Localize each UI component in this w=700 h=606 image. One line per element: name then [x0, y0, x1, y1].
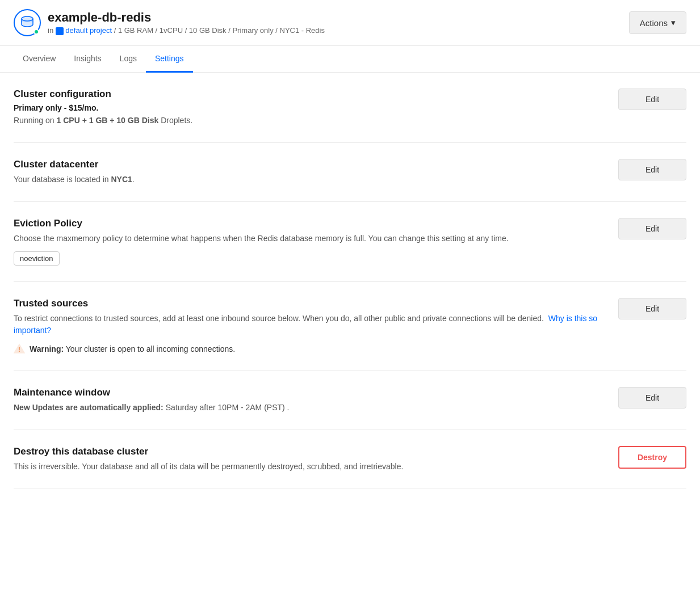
cluster-config-desc-suffix: Droplets.: [158, 116, 192, 125]
cluster-config-desc-prefix: Running on: [14, 116, 57, 125]
destroy-desc: This is irreversible. Your database and …: [14, 461, 605, 473]
cluster-config-desc: Running on 1 CPU + 1 GB + 10 GB Disk Dro…: [14, 115, 605, 127]
maintenance-window-subtitle-value: Saturday after 10PM - 2AM (PST) .: [164, 403, 290, 412]
status-indicator: [33, 29, 39, 35]
eviction-policy-section: Eviction Policy Choose the maxmemory pol…: [14, 202, 686, 282]
cluster-datacenter-desc-suffix: .: [132, 175, 135, 184]
trusted-sources-desc: To restrict connections to trusted sourc…: [14, 313, 605, 336]
cluster-config-desc-bold: 1 CPU + 1 GB + 10 GB Disk: [57, 116, 159, 125]
cluster-datacenter-section: Cluster datacenter Your database is loca…: [14, 143, 686, 202]
trusted-sources-body: Trusted sources To restrict connections …: [14, 298, 605, 355]
warning-body: Your cluster is open to all incoming con…: [66, 344, 235, 354]
cluster-datacenter-edit-button[interactable]: Edit: [618, 159, 686, 180]
nav-tabs: Overview Insights Logs Settings: [0, 46, 700, 73]
page-header: example-db-redis in default project / 1 …: [0, 0, 700, 46]
maintenance-window-title: Maintenance window: [14, 387, 605, 398]
cluster-datacenter-desc-bold: NYC1: [111, 175, 132, 184]
db-info: example-db-redis in default project / 1 …: [48, 10, 325, 35]
project-link[interactable]: default project: [65, 26, 112, 35]
tab-settings[interactable]: Settings: [146, 46, 193, 73]
svg-point-1: [22, 16, 33, 21]
maintenance-window-edit-button[interactable]: Edit: [618, 387, 686, 409]
tab-logs[interactable]: Logs: [111, 46, 146, 73]
warning-label: Warning:: [30, 344, 64, 354]
eviction-policy-badge: noeviction: [14, 251, 60, 266]
project-icon: [56, 27, 64, 35]
destroy-body: Destroy this database cluster This is ir…: [14, 446, 605, 473]
trusted-sources-edit-button[interactable]: Edit: [618, 298, 686, 319]
cluster-datacenter-title: Cluster datacenter: [14, 159, 605, 170]
warning-text: Warning: Your cluster is open to all inc…: [30, 344, 235, 354]
tab-insights[interactable]: Insights: [65, 46, 110, 73]
header-left: example-db-redis in default project / 1 …: [14, 9, 325, 36]
destroy-section: Destroy this database cluster This is ir…: [14, 430, 686, 489]
cluster-datacenter-desc: Your database is located in NYC1.: [14, 174, 605, 186]
cluster-datacenter-desc-prefix: Your database is located in: [14, 175, 111, 184]
warning-row: ! Warning: Your cluster is open to all i…: [14, 343, 605, 355]
database-svg-icon: [19, 15, 35, 31]
warning-icon: !: [14, 343, 25, 355]
trusted-sources-title: Trusted sources: [14, 298, 605, 309]
cluster-config-subtitle: Primary only - $15/mo.: [14, 103, 605, 112]
maintenance-window-body: Maintenance window New Updates are autom…: [14, 387, 605, 414]
destroy-button[interactable]: Destroy: [618, 446, 686, 469]
eviction-policy-edit-button[interactable]: Edit: [618, 218, 686, 239]
trusted-sources-desc-text: To restrict connections to trusted sourc…: [14, 314, 544, 323]
db-icon: [14, 9, 41, 36]
cluster-config-edit-button[interactable]: Edit: [618, 89, 686, 110]
eviction-policy-body: Eviction Policy Choose the maxmemory pol…: [14, 218, 605, 266]
svg-text:!: !: [18, 347, 20, 353]
trusted-sources-section: Trusted sources To restrict connections …: [14, 282, 686, 371]
maintenance-window-section: Maintenance window New Updates are autom…: [14, 371, 686, 430]
destroy-title: Destroy this database cluster: [14, 446, 605, 457]
cluster-config-section: Cluster configuration Primary only - $15…: [14, 73, 686, 143]
cluster-config-title: Cluster configuration: [14, 89, 605, 100]
cluster-config-body: Cluster configuration Primary only - $15…: [14, 89, 605, 127]
settings-content: Cluster configuration Primary only - $15…: [0, 73, 700, 489]
actions-button[interactable]: Actions ▾: [629, 11, 686, 34]
db-meta-text: / 1 GB RAM / 1vCPU / 10 GB Disk / Primar…: [114, 26, 325, 35]
db-name: example-db-redis: [48, 10, 325, 25]
tab-overview[interactable]: Overview: [14, 46, 65, 73]
actions-label: Actions: [640, 18, 668, 28]
cluster-datacenter-body: Cluster datacenter Your database is loca…: [14, 159, 605, 186]
db-meta: in default project / 1 GB RAM / 1vCPU / …: [48, 26, 325, 35]
eviction-policy-desc: Choose the maxmemory policy to determine…: [14, 233, 605, 245]
maintenance-window-subtitle-label: New Updates are automatically applied:: [14, 403, 164, 412]
eviction-policy-title: Eviction Policy: [14, 218, 605, 229]
maintenance-window-desc: New Updates are automatically applied: S…: [14, 402, 605, 414]
chevron-down-icon: ▾: [671, 18, 676, 28]
